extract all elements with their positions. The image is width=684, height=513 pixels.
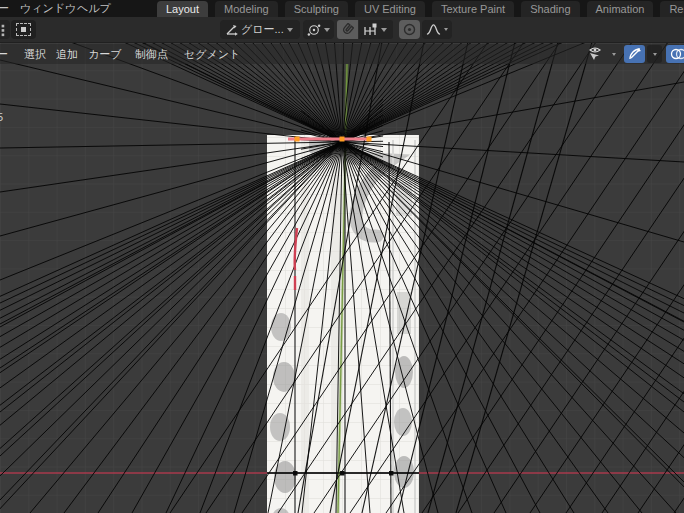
gizmo-icon [628, 47, 642, 61]
show-overlays-toggle[interactable] [666, 45, 684, 63]
orientation-icon [224, 23, 238, 36]
menu-window[interactable]: ウィンドウ [20, 1, 76, 16]
control-point[interactable] [295, 137, 300, 142]
magnet-icon [341, 23, 354, 36]
tab-rendering[interactable]: Rendering [660, 1, 684, 17]
tab-modeling[interactable]: Modeling [215, 1, 278, 17]
viewport-canvas[interactable] [0, 42, 684, 513]
control-point[interactable] [367, 137, 372, 142]
select-box-tool-button[interactable] [11, 20, 36, 39]
snap-target-dropdown[interactable] [359, 20, 393, 39]
3d-viewport[interactable] [0, 42, 684, 513]
snap-increment-icon [363, 23, 378, 36]
visibility-caret[interactable] [608, 45, 620, 63]
overlays-icon [670, 47, 684, 61]
tab-shading[interactable]: Shading [521, 1, 579, 17]
menu-help[interactable]: ヘルプ [77, 1, 111, 16]
blender-window: 5 ー 選択 追加 カーブ 制御点 セグメント [0, 0, 684, 513]
falloff-dropdown[interactable] [422, 20, 452, 39]
menu-view-partial[interactable]: ー [0, 46, 8, 62]
menu-curve[interactable]: カーブ [88, 46, 122, 62]
menu-segments[interactable]: セグメント [184, 46, 240, 62]
snap-toggle[interactable] [337, 20, 358, 39]
menu-select[interactable]: 選択 [24, 46, 46, 62]
pivot-point-dropdown[interactable] [303, 20, 334, 39]
object-visibility-dropdown[interactable] [584, 45, 608, 63]
eye-pointer-icon [587, 46, 605, 62]
control-point[interactable] [340, 137, 345, 142]
tab-animation[interactable]: Animation [587, 1, 654, 17]
workspace-tabs: Layout Modeling Sculpting UV Editing Tex… [157, 1, 684, 17]
proportional-icon [403, 23, 416, 36]
viewport-header: ー 選択 追加 カーブ 制御点 セグメント [0, 44, 684, 64]
orientation-label: グロー... [241, 22, 284, 37]
menu-render-partial[interactable]: ー [0, 1, 9, 16]
tab-texture-paint[interactable]: Texture Paint [432, 1, 514, 17]
proportional-editing-toggle[interactable] [399, 20, 420, 39]
transform-orientation-dropdown[interactable]: グロー... [220, 20, 300, 39]
tab-uv-editing[interactable]: UV Editing [355, 1, 425, 17]
tab-sculpting[interactable]: Sculpting [285, 1, 348, 17]
select-box-icon [16, 23, 31, 36]
editor-type-button[interactable] [0, 20, 10, 39]
pivot-point-icon [307, 23, 321, 37]
tool-settings-bar: グロー... [0, 17, 684, 43]
show-gizmo-toggle[interactable] [624, 45, 645, 63]
gizmo-caret[interactable] [647, 45, 662, 63]
editor-type-icon [0, 23, 6, 37]
tab-layout[interactable]: Layout [157, 1, 208, 17]
viewport-info-fragment: 5 [0, 111, 3, 123]
menu-control-points[interactable]: 制御点 [135, 46, 168, 62]
smooth-falloff-icon [426, 23, 441, 36]
menu-add[interactable]: 追加 [56, 46, 78, 62]
topbar: ー ウィンドウ ヘルプ Layout Modeling Sculpting UV… [0, 0, 684, 17]
